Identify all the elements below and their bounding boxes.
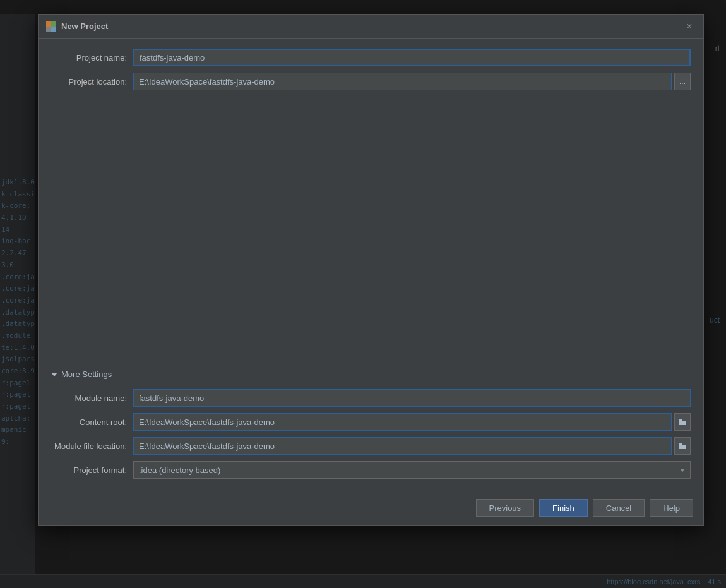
svg-rect-0 <box>679 421 686 425</box>
module-name-input-wrap <box>133 389 691 407</box>
dialog-titlebar: New Project × <box>39 15 703 39</box>
module-file-location-input[interactable] <box>133 437 672 455</box>
dialog-spacer <box>51 97 691 362</box>
dialog-title-text: New Project <box>61 21 108 31</box>
module-name-row: Module name: <box>51 389 691 407</box>
expand-icon <box>51 373 57 376</box>
more-settings-label: More Settings <box>61 369 112 379</box>
project-format-select[interactable]: .idea (directory based) <box>133 461 691 479</box>
module-file-location-input-wrap <box>133 437 691 455</box>
content-root-row: Content root: <box>51 413 691 431</box>
project-name-input-wrap <box>133 49 691 66</box>
new-project-icon <box>46 21 56 32</box>
cancel-button[interactable]: Cancel <box>593 499 645 517</box>
svg-rect-2 <box>679 445 686 449</box>
new-project-dialog: New Project × Project name: Project loca… <box>38 14 704 526</box>
more-settings-content: Module name: Content root: <box>51 389 691 479</box>
project-format-row: Project format: .idea (directory based) … <box>51 461 691 479</box>
dialog-footer: Previous Finish Cancel Help <box>39 493 703 525</box>
more-settings-toggle[interactable]: More Settings <box>51 367 691 381</box>
svg-rect-3 <box>679 443 682 445</box>
project-location-browse-button[interactable]: ... <box>674 73 691 90</box>
module-name-label: Module name: <box>51 393 133 403</box>
finish-button[interactable]: Finish <box>539 499 588 517</box>
project-name-label: Project name: <box>51 53 133 63</box>
folder-icon <box>679 419 686 425</box>
project-format-dropdown-wrap: .idea (directory based) ▼ <box>133 461 691 479</box>
project-format-label: Project format: <box>51 465 133 475</box>
project-location-label: Project location: <box>51 77 133 87</box>
help-button[interactable]: Help <box>650 499 693 517</box>
close-button[interactable]: × <box>683 20 696 33</box>
module-file-location-label: Module file location: <box>51 441 133 451</box>
project-location-input-wrap: ... <box>133 73 691 90</box>
folder-icon-2 <box>679 443 686 449</box>
content-root-label: Content root: <box>51 417 133 427</box>
project-format-select-wrap: .idea (directory based) ▼ <box>133 461 691 479</box>
svg-rect-1 <box>679 419 682 421</box>
dialog-icon <box>46 21 56 32</box>
project-location-input[interactable] <box>133 73 672 90</box>
project-name-row: Project name: <box>51 49 691 66</box>
content-root-input[interactable] <box>133 413 672 431</box>
module-file-location-row: Module file location: <box>51 437 691 455</box>
previous-button[interactable]: Previous <box>476 499 535 517</box>
module-name-input[interactable] <box>133 389 691 407</box>
project-name-input[interactable] <box>133 49 691 66</box>
content-root-input-wrap <box>133 413 691 431</box>
module-file-location-browse-button[interactable] <box>674 437 691 455</box>
dialog-title-left: New Project <box>46 21 108 32</box>
project-location-row: Project location: ... <box>51 73 691 90</box>
content-root-browse-button[interactable] <box>674 413 691 431</box>
dialog-body: Project name: Project location: ... More… <box>39 39 703 493</box>
